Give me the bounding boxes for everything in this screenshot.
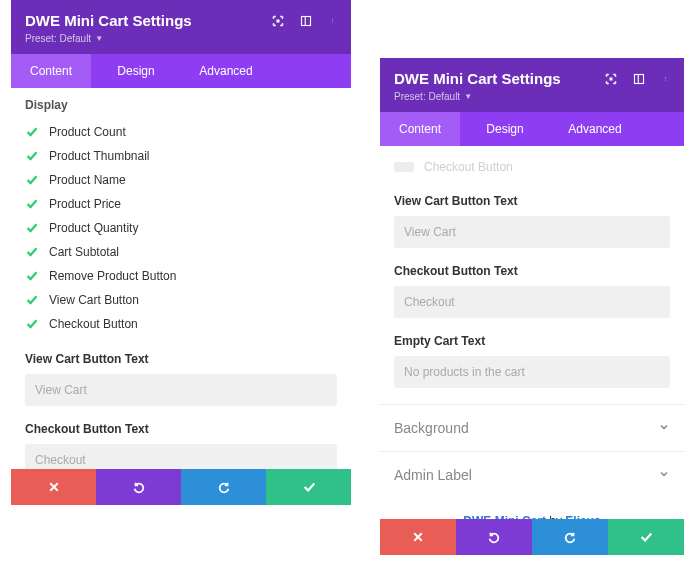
- toggle-label: View Cart Button: [49, 293, 139, 307]
- chevron-down-icon: [658, 420, 670, 436]
- tab-design[interactable]: Design: [91, 54, 181, 88]
- empty-cart-text-input[interactable]: [394, 356, 670, 388]
- svg-point-5: [332, 22, 333, 23]
- caret-down-icon: ▼: [464, 92, 472, 101]
- check-icon: [25, 269, 39, 283]
- tabs: Content Design Advanced: [11, 54, 351, 88]
- svg-rect-6: [610, 78, 613, 81]
- focus-icon[interactable]: [271, 14, 285, 28]
- toggle-label: Remove Product Button: [49, 269, 176, 283]
- save-button[interactable]: [266, 469, 351, 505]
- check-icon: [25, 293, 39, 307]
- admin-label-accordion[interactable]: Admin Label: [380, 451, 684, 498]
- tab-content[interactable]: Content: [380, 112, 460, 146]
- chevron-down-icon: [658, 467, 670, 483]
- check-icon: [25, 173, 39, 187]
- toggle-label: Product Count: [49, 125, 126, 139]
- redo-button[interactable]: [532, 519, 608, 555]
- accordion-label: Admin Label: [394, 467, 472, 483]
- save-button[interactable]: [608, 519, 684, 555]
- settings-panel-left: DWE Mini Cart Settings Preset: Default ▼…: [11, 0, 351, 505]
- panel-header: DWE Mini Cart Settings Preset: Default ▼: [11, 0, 351, 54]
- view-cart-text-label: View Cart Button Text: [394, 194, 670, 208]
- credit-author-link[interactable]: Elicus: [565, 514, 600, 519]
- credit-line: DWE Mini Cart by Elicus: [380, 498, 684, 519]
- toggle-product-count[interactable]: Product Count: [25, 120, 337, 144]
- toggle-label: Product Name: [49, 173, 126, 187]
- checkout-text-input[interactable]: [25, 444, 337, 469]
- view-cart-text-input[interactable]: [25, 374, 337, 406]
- toggle-cart-subtotal[interactable]: Cart Subtotal: [25, 240, 337, 264]
- panel-footer: [11, 469, 351, 505]
- view-cart-text-label: View Cart Button Text: [25, 352, 337, 366]
- toggle-label: Checkout Button: [424, 160, 513, 174]
- panel-body: Display Product Count Product Thumbnail …: [11, 88, 351, 469]
- header-actions: [271, 14, 341, 28]
- tab-advanced[interactable]: Advanced: [550, 112, 640, 146]
- svg-rect-7: [635, 75, 644, 84]
- credit-by: by: [546, 514, 565, 519]
- toggle-checkout-button[interactable]: Checkout Button: [25, 312, 337, 336]
- toggle-label: Product Thumbnail: [49, 149, 150, 163]
- tab-advanced[interactable]: Advanced: [181, 54, 271, 88]
- undo-button[interactable]: [456, 519, 532, 555]
- caret-down-icon: ▼: [95, 34, 103, 43]
- toggle-product-name[interactable]: Product Name: [25, 168, 337, 192]
- more-icon[interactable]: [660, 72, 674, 86]
- tabs: Content Design Advanced: [380, 112, 684, 146]
- svg-point-9: [665, 77, 666, 78]
- toggle-remove-product-button[interactable]: Remove Product Button: [25, 264, 337, 288]
- svg-rect-1: [302, 17, 311, 26]
- preset-label: Preset: Default: [25, 33, 91, 44]
- toggle-view-cart-button[interactable]: View Cart Button: [25, 288, 337, 312]
- accordion-label: Background: [394, 420, 469, 436]
- toggle-switch-icon: [394, 162, 414, 172]
- preset-label: Preset: Default: [394, 91, 460, 102]
- svg-rect-0: [277, 20, 280, 23]
- header-actions: [604, 72, 674, 86]
- preset-selector[interactable]: Preset: Default ▼: [25, 33, 337, 44]
- display-section-label: Display: [25, 98, 337, 112]
- checkout-text-label: Checkout Button Text: [394, 264, 670, 278]
- svg-point-10: [665, 78, 666, 79]
- redo-button[interactable]: [181, 469, 266, 505]
- toggle-product-quantity[interactable]: Product Quantity: [25, 216, 337, 240]
- more-icon[interactable]: [327, 14, 341, 28]
- layout-icon[interactable]: [632, 72, 646, 86]
- check-icon: [25, 197, 39, 211]
- checkout-text-input[interactable]: [394, 286, 670, 318]
- toggle-product-thumbnail[interactable]: Product Thumbnail: [25, 144, 337, 168]
- check-icon: [25, 125, 39, 139]
- panel-body: Checkout Button View Cart Button Text Ch…: [380, 146, 684, 519]
- svg-point-11: [665, 80, 666, 81]
- check-icon: [25, 245, 39, 259]
- focus-icon[interactable]: [604, 72, 618, 86]
- toggle-label: Checkout Button: [49, 317, 138, 331]
- toggle-label: Product Quantity: [49, 221, 138, 235]
- layout-icon[interactable]: [299, 14, 313, 28]
- toggle-label: Cart Subtotal: [49, 245, 119, 259]
- checkout-text-label: Checkout Button Text: [25, 422, 337, 436]
- empty-cart-text-label: Empty Cart Text: [394, 334, 670, 348]
- toggle-label: Product Price: [49, 197, 121, 211]
- check-icon: [25, 149, 39, 163]
- tab-design[interactable]: Design: [460, 112, 550, 146]
- preset-selector[interactable]: Preset: Default ▼: [394, 91, 670, 102]
- tab-content[interactable]: Content: [11, 54, 91, 88]
- panel-header: DWE Mini Cart Settings Preset: Default ▼: [380, 58, 684, 112]
- view-cart-text-input[interactable]: [394, 216, 670, 248]
- background-accordion[interactable]: Background: [380, 404, 684, 451]
- cancel-button[interactable]: [380, 519, 456, 555]
- toggle-product-price[interactable]: Product Price: [25, 192, 337, 216]
- check-icon: [25, 221, 39, 235]
- settings-panel-right: DWE Mini Cart Settings Preset: Default ▼…: [380, 58, 684, 555]
- check-icon: [25, 317, 39, 331]
- cancel-button[interactable]: [11, 469, 96, 505]
- toggle-checkout-button-partial[interactable]: Checkout Button: [394, 156, 670, 178]
- svg-point-4: [332, 20, 333, 21]
- svg-point-3: [332, 19, 333, 20]
- undo-button[interactable]: [96, 469, 181, 505]
- credit-product-link[interactable]: DWE Mini Cart: [463, 514, 546, 519]
- panel-footer: [380, 519, 684, 555]
